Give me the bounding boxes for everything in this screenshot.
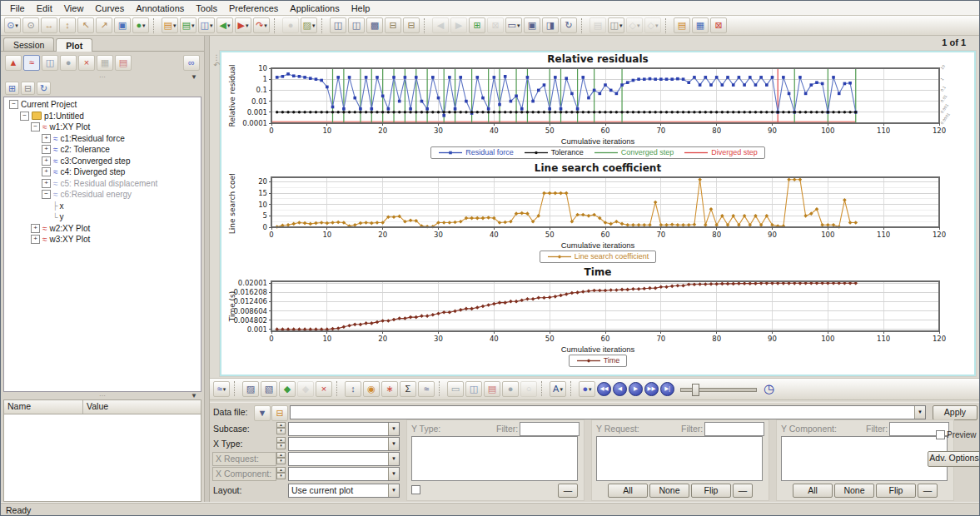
y-request-list[interactable] xyxy=(596,436,763,481)
expand-icon[interactable]: + xyxy=(31,224,40,233)
math-sum-icon[interactable]: Σ xyxy=(400,381,416,397)
tab-plot[interactable]: Plot xyxy=(56,38,92,52)
color-palette-icon[interactable]: ◉ xyxy=(363,381,380,397)
define-curves-icon[interactable]: ▨ xyxy=(242,381,259,397)
export-session-icon[interactable]: ▦ xyxy=(692,17,709,33)
adv-options-button[interactable]: Adv. Options xyxy=(928,451,980,467)
expand-icon[interactable]: + xyxy=(31,235,40,244)
collapse-icon[interactable]: − xyxy=(42,190,51,199)
study-browser-icon[interactable]: ▲ xyxy=(5,55,22,71)
slider-handle[interactable] xyxy=(692,384,699,396)
step-back-icon[interactable]: ◀ xyxy=(613,382,627,396)
y-request-flip-button[interactable]: Flip xyxy=(691,484,731,498)
plot-layout-icon[interactable]: ▭ xyxy=(447,381,464,397)
y-type-checkbox[interactable] xyxy=(411,485,420,494)
xy-plot-mode-icon[interactable]: ≈ xyxy=(23,55,40,71)
dropdown-arrow-icon[interactable]: ▾ xyxy=(637,22,640,28)
import-session-icon[interactable]: ▤ xyxy=(674,17,690,33)
expand-icon[interactable]: + xyxy=(42,156,51,166)
plot-window[interactable]: ⋮↶ Relative residuals0102030405060708090… xyxy=(220,51,976,376)
dropdown-arrow-icon[interactable]: ▾ xyxy=(142,22,146,28)
legend-item-time[interactable]: Time xyxy=(576,356,620,365)
dropdown-arrow-icon[interactable]: ▾ xyxy=(227,22,231,28)
rotate-view-icon[interactable]: ↗ xyxy=(96,17,112,33)
plot-notes-icon[interactable]: ▤ xyxy=(484,381,500,397)
zoom-area-icon[interactable]: ⊙ xyxy=(22,17,39,33)
tree-item-c2-tolerance[interactable]: +≈c2: Tolerance xyxy=(4,144,201,156)
add-datapoint-icon[interactable]: ◆ xyxy=(279,381,296,397)
menu-curves[interactable]: Curves xyxy=(89,2,130,14)
dropdown-arrow-icon[interactable]: ▾ xyxy=(210,22,213,28)
datum-line-icon[interactable]: × xyxy=(78,55,95,71)
expand-icon[interactable]: + xyxy=(42,167,51,176)
dropdown-arrow-icon[interactable]: ▾ xyxy=(560,386,563,392)
chevron-down-icon[interactable]: ▼ xyxy=(191,73,197,81)
dropdown-arrow-icon[interactable]: ▾ xyxy=(517,22,520,28)
pan-vertical-icon[interactable]: ↕ xyxy=(59,17,76,33)
curve-browser-icon[interactable]: ▤▾ xyxy=(180,17,196,33)
dropdown-arrow-icon[interactable]: ▾ xyxy=(619,22,623,28)
archive-open-icon[interactable]: ⊟ xyxy=(385,17,401,33)
tree-item-w3-xy-plot[interactable]: +≈w3:XY Plot xyxy=(4,234,201,246)
y-component-dash-button[interactable]: — xyxy=(918,484,938,498)
unit-scales-icon[interactable]: ∗ xyxy=(381,381,398,397)
tree-item-w2-xy-plot[interactable]: +≈w2:XY Plot xyxy=(4,223,201,235)
pan-free-icon[interactable]: ↖ xyxy=(77,17,94,33)
apply-button[interactable]: Apply xyxy=(933,405,978,420)
refresh-tree-icon[interactable]: ↻ xyxy=(37,82,51,95)
add-plot-icon[interactable]: ◫ xyxy=(465,381,482,397)
collapse-icon[interactable]: − xyxy=(20,112,29,121)
delete-curve-icon[interactable]: × xyxy=(316,381,332,397)
animation-mode-icon[interactable]: ●▾ xyxy=(579,381,595,397)
new-page-icon[interactable]: ◫ xyxy=(330,17,346,33)
y-type-list[interactable] xyxy=(411,436,578,481)
tree-item-c1-residual-force[interactable]: +≈c1:Residual force xyxy=(4,133,201,145)
menu-applications[interactable]: Applications xyxy=(284,2,345,14)
legend-item-line-search-coefficient[interactable]: Line search coefficient xyxy=(547,252,649,260)
dropdown-arrow-icon[interactable]: ▾ xyxy=(312,22,316,28)
y-request-all-button[interactable]: All xyxy=(608,484,648,498)
chart-canvas[interactable]: 010203040506070809010011012005101520Line… xyxy=(225,174,971,242)
x-component-spinner[interactable]: ▲▼ xyxy=(276,467,286,479)
add-window-icon[interactable]: ◫ xyxy=(42,55,58,71)
chevron-down-icon[interactable]: ▼ xyxy=(191,392,197,399)
first-frame-icon[interactable]: ◀◀ xyxy=(597,382,611,396)
menu-tools[interactable]: Tools xyxy=(190,2,223,14)
tree-item-c6-residual-energy[interactable]: −≈c6:Residual energy xyxy=(4,189,201,201)
panel-splitter[interactable] xyxy=(204,36,210,502)
play-icon[interactable]: ▶ xyxy=(629,382,643,396)
chevron-down-icon[interactable]: ▼ xyxy=(914,406,925,419)
menu-file[interactable]: File xyxy=(4,2,31,14)
window-grip[interactable]: ⋮↶ xyxy=(212,54,221,69)
collapse-all-icon[interactable]: ⊟ xyxy=(21,82,35,95)
entity-attributes-icon[interactable]: ●▾ xyxy=(132,17,149,33)
name-value-table[interactable] xyxy=(3,414,201,502)
expand-all-icon[interactable]: ⊞ xyxy=(5,82,19,95)
plot-browser-icon[interactable]: ▤▾ xyxy=(162,17,178,33)
animation-clock-icon[interactable]: ◷ xyxy=(764,381,774,396)
copy-page-icon[interactable]: ◫▾ xyxy=(608,17,624,33)
collapse-icon[interactable]: − xyxy=(9,100,18,109)
archive-save-icon[interactable]: ⊟ xyxy=(403,17,420,33)
menu-help[interactable]: Help xyxy=(346,2,376,14)
tree-item-p1-untitled[interactable]: −p1:Untitled xyxy=(4,111,201,122)
preview-checkbox[interactable] xyxy=(936,430,945,439)
y-component-all-button[interactable]: All xyxy=(793,484,833,498)
expand-icon[interactable]: + xyxy=(42,134,51,143)
annotation-balloon-icon[interactable]: ● xyxy=(60,55,77,71)
page-set-icon[interactable]: ▩ xyxy=(366,17,383,33)
dropdown-arrow-icon[interactable]: ▾ xyxy=(264,22,267,28)
dropdown-arrow-icon[interactable]: ▾ xyxy=(192,22,195,28)
x-component-combo[interactable]: ▼ xyxy=(288,467,400,481)
legend-item-tolerance[interactable]: Tolerance xyxy=(524,148,584,156)
expand-icon[interactable]: + xyxy=(42,145,51,154)
y-request-dash-button[interactable]: — xyxy=(733,484,753,498)
subcase-spinner[interactable]: ▲▼ xyxy=(276,422,286,434)
y-request-filter-input[interactable] xyxy=(704,422,764,436)
fit-view-icon[interactable]: ▣ xyxy=(114,17,131,33)
apply-style-icon[interactable]: ◀▾ xyxy=(216,17,233,33)
plot-balloon-icon[interactable]: ● xyxy=(502,381,519,397)
tree-item-y[interactable]: └y xyxy=(4,211,201,223)
tab-session[interactable]: Session xyxy=(3,37,54,51)
dropdown-arrow-icon[interactable]: ▾ xyxy=(246,22,249,28)
